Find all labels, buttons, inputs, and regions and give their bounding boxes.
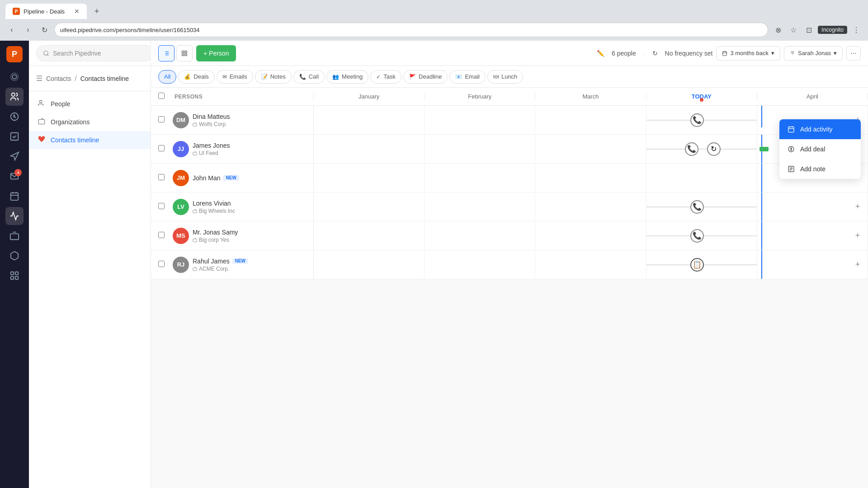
sidebar-item-organizations[interactable]: Organizations	[29, 113, 151, 131]
filter-email[interactable]: 📧 Email	[449, 70, 486, 84]
person-row-wrapper-2: JJ James Jones UI Feed	[151, 135, 868, 164]
sidebar-item-contacts-timeline[interactable]: Contacts timeline	[29, 131, 151, 149]
sidebar-header: ☰ Contacts / Contacts timeline	[29, 66, 151, 91]
months-back-filter[interactable]: 3 months back ▾	[716, 46, 780, 61]
rail-home[interactable]	[5, 68, 24, 86]
tab-close-icon[interactable]: ✕	[74, 8, 80, 15]
rail-products[interactable]	[5, 247, 24, 265]
edit-icon[interactable]: ✏️	[597, 50, 604, 57]
rail-apps[interactable]	[5, 267, 24, 285]
browser-tab[interactable]: P Pipeline - Deals ✕	[5, 4, 87, 19]
grid-view-button[interactable]	[176, 45, 193, 61]
add-activity-button-4[interactable]: +	[851, 201, 864, 213]
sidebar-item-people[interactable]: People	[29, 95, 151, 113]
person-checkbox-1[interactable]	[158, 116, 165, 122]
svg-rect-25	[182, 51, 184, 52]
user-filter-button[interactable]: Sarah Jonas ▾	[784, 46, 843, 61]
filter-all[interactable]: All	[158, 70, 176, 84]
lunch-filter-icon: 🍽	[493, 74, 499, 80]
more-options-button[interactable]: ···	[846, 46, 861, 61]
cell-jan-6	[314, 250, 425, 279]
filter-task[interactable]: ✓ Task	[370, 70, 401, 84]
person-details-5: Mr. Jonas Samy Big corp Yes	[193, 229, 306, 243]
search-bar[interactable]: Search Pipedrive	[36, 45, 154, 61]
activity-call-2a[interactable]: 📞	[685, 142, 698, 156]
person-checkbox-6[interactable]	[158, 261, 165, 267]
add-note-dropdown-item[interactable]: Add note	[779, 159, 861, 179]
avatar[interactable]: LV	[173, 199, 189, 215]
add-person-button[interactable]: + Person	[196, 45, 236, 61]
bookmark-icon[interactable]: ☆	[787, 23, 800, 36]
people-count: 6 people	[612, 50, 636, 57]
person-checkbox-2[interactable]	[158, 145, 165, 151]
frequency-label: No frequency set	[665, 50, 713, 57]
people-icon	[38, 99, 45, 108]
list-view-button[interactable]	[158, 45, 175, 61]
rail-deals[interactable]: $	[5, 108, 24, 126]
filter-emails[interactable]: ✉ Emails	[217, 70, 253, 84]
filter-lunch[interactable]: 🍽 Lunch	[487, 70, 523, 84]
filter-deals[interactable]: 💰 Deals	[178, 70, 214, 84]
avatar[interactable]: DM	[173, 112, 189, 128]
person-checkbox-5[interactable]	[158, 232, 165, 238]
activity-call-2b[interactable]: ↻	[707, 142, 721, 156]
add-activity-dropdown-item[interactable]: Add activity	[779, 119, 861, 139]
rail-tasks[interactable]	[5, 127, 24, 145]
person-name-6[interactable]: Rahul James NEW	[193, 258, 306, 265]
rail-timeline[interactable]	[5, 227, 24, 245]
person-name-3[interactable]: John Man NEW	[193, 174, 306, 182]
person-name-5[interactable]: Mr. Jonas Samy	[193, 229, 306, 236]
filter-call-label: Call	[309, 73, 319, 80]
select-all-checkbox[interactable]	[158, 93, 165, 99]
reload-button[interactable]: ↻	[38, 23, 51, 36]
person-info-6: RJ Rahul James NEW ACME Corp.	[151, 250, 314, 279]
cell-today-6: 📋	[646, 250, 757, 279]
avatar[interactable]: JM	[173, 170, 189, 186]
add-activity-button-5[interactable]: +	[851, 230, 864, 242]
rail-calendar[interactable]	[5, 187, 24, 205]
user-filter-label: Sarah Jonas	[798, 50, 831, 56]
avatar[interactable]: RJ	[173, 257, 189, 273]
avatar[interactable]: JJ	[173, 141, 189, 157]
forward-button[interactable]: ›	[22, 23, 34, 36]
back-button[interactable]: ‹	[5, 23, 18, 36]
timeline-container[interactable]: PERSONS January February March	[151, 88, 868, 488]
org-icon-4	[193, 209, 197, 213]
rail-contacts[interactable]	[5, 88, 24, 106]
person-name-2[interactable]: James Jones	[193, 142, 306, 149]
deadline-filter-icon: 🚩	[409, 74, 416, 80]
filter-deadline[interactable]: 🚩 Deadline	[403, 70, 448, 84]
persons-label: PERSONS	[175, 94, 203, 100]
person-name-4[interactable]: Lorens Vivian	[193, 200, 306, 207]
green-marker-2	[760, 147, 769, 151]
filter-notes[interactable]: 📝 Notes	[255, 70, 292, 84]
activity-call-5[interactable]: 📞	[690, 229, 704, 243]
person-checkbox-4[interactable]	[158, 203, 165, 209]
filter-meeting[interactable]: 👥 Meeting	[326, 70, 368, 84]
app-logo[interactable]: P	[6, 46, 23, 62]
rail-inbox[interactable]: 4	[5, 167, 24, 185]
person-checkbox-3[interactable]	[158, 174, 165, 180]
address-bar[interactable]: uifeed.pipedrive.com/persons/timeline/us…	[54, 23, 768, 37]
activity-call-1[interactable]: 📞	[690, 113, 704, 127]
add-activity-button-6[interactable]: +	[851, 258, 864, 271]
empty-timeline-space	[151, 279, 868, 370]
person-details-6: Rahul James NEW ACME Corp.	[193, 258, 306, 272]
filter-call[interactable]: 📞 Call	[293, 70, 325, 84]
new-tab-button[interactable]: +	[90, 5, 103, 18]
svg-rect-9	[11, 272, 14, 275]
activity-call-4[interactable]: 📞	[690, 200, 704, 214]
menu-toggle-icon[interactable]: ☰	[36, 74, 42, 83]
rail-reports[interactable]	[5, 207, 24, 225]
add-deal-dropdown-item[interactable]: Add deal	[779, 139, 861, 159]
person-details-3: John Man NEW	[193, 174, 306, 182]
sidebar-contacts-label: Contacts	[46, 75, 71, 82]
avatar[interactable]: MS	[173, 228, 189, 244]
month-march: March	[535, 93, 646, 100]
activity-note-6[interactable]: 📋	[690, 258, 704, 272]
left-rail: P $ 4	[0, 41, 29, 488]
person-name-1[interactable]: Dina Matteus	[193, 113, 306, 120]
rail-campaigns[interactable]	[5, 147, 24, 165]
menu-icon[interactable]: ⋮	[850, 23, 863, 36]
month-february: February	[425, 93, 535, 100]
